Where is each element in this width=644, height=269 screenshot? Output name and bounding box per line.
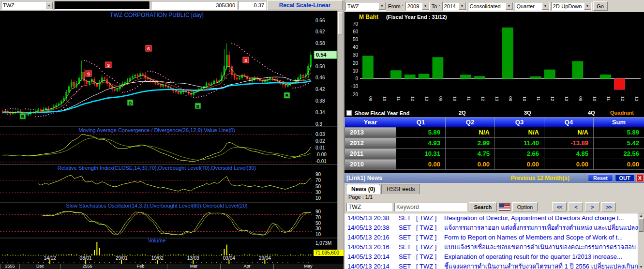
svg-text:13: 13 — [564, 96, 569, 101]
news-item-sym: [ TWZ ] — [416, 262, 444, 269]
value-cell: 22.56 — [594, 149, 644, 159]
svg-text:10: 10 — [353, 68, 359, 74]
column-header[interactable]: Q4 — [544, 118, 594, 127]
period-select[interactable]: Quarter▼ — [515, 2, 550, 11]
tab-rssfeeds[interactable]: RSSFeeds — [381, 184, 420, 194]
svg-text:13: 13 — [634, 96, 639, 101]
fin-symbol-select[interactable]: TWZ▼ — [345, 2, 386, 11]
recal-scale-button[interactable]: Recal Scale-Linear — [267, 0, 343, 10]
timeline-bar[interactable]: 2555Dec2556FebMarAprMay — [0, 264, 344, 269]
next-page-button[interactable]: > — [585, 202, 599, 211]
sell-signal-marker: S — [243, 57, 249, 63]
value-cell: 2.99 — [446, 138, 495, 149]
fin-symbol-value: TWZ — [347, 3, 359, 9]
go-button[interactable]: Go — [593, 1, 608, 11]
chevron-down-icon[interactable]: ▼ — [506, 2, 513, 10]
language-flag-icon[interactable] — [499, 203, 510, 211]
from-year-select[interactable]: 2009▼ — [405, 2, 430, 11]
from-label: From : — [388, 3, 404, 9]
value-cell: 4.75 — [446, 149, 495, 159]
to-year-select[interactable]: 2014▼ — [442, 2, 466, 11]
quarterly-bar-chart[interactable]: 706050403020100-10-200910111213091011121… — [344, 22, 644, 109]
column-header[interactable]: Q1 — [396, 118, 446, 127]
scrollbar-thumb[interactable] — [639, 218, 644, 232]
chart-unit-label: M Baht — [359, 14, 378, 20]
chart-style-select[interactable]: 2D-UpDown▼ — [551, 2, 592, 11]
svg-text:11: 11 — [536, 96, 541, 101]
column-header[interactable]: Q2 — [446, 118, 495, 127]
trading-app-window: TWZ ▼ 305/300 0.37 Recal Scale-Linear TW… — [0, 0, 644, 269]
svg-text:11: 11 — [396, 96, 401, 101]
out-button[interactable]: OUT — [615, 174, 634, 182]
chevron-down-icon[interactable]: ▼ — [542, 2, 549, 10]
chevron-down-icon[interactable]: ▼ — [584, 2, 591, 10]
table-row[interactable]: 20135.89N/AN/AN/A5.89 — [345, 127, 644, 138]
news-title: [Link1] News — [346, 175, 382, 181]
sell-signal-marker: S — [146, 45, 151, 51]
value-cell: 5.42 — [594, 138, 644, 149]
symbol-filter-input[interactable] — [346, 203, 392, 211]
value-cell: 0.00 — [446, 159, 495, 170]
value-cell: 0.00 — [544, 159, 594, 170]
svg-text:50: 50 — [315, 221, 321, 226]
price-chart[interactable]: TWZ CORPORATION PUBLIC [day]0.660.620.58… — [0, 11, 344, 264]
close-button[interactable]: X — [636, 174, 644, 182]
svg-text:09: 09 — [578, 96, 583, 101]
news-item[interactable]: 14/05/13 20:16SET[ TWZ ]แบบแจ้งรายชื่อแล… — [344, 242, 644, 252]
symbol-entry-field[interactable] — [54, 1, 150, 10]
to-label: To : — [431, 3, 441, 9]
last-page-button[interactable]: >> — [601, 202, 616, 211]
year-cell: 2011 — [345, 149, 396, 159]
news-item-dt: 14/05/13 20:16 — [344, 242, 399, 252]
news-item[interactable]: 14/05/13 20:14SET[ TWZ ]ชี้แจงผลการดำเนิ… — [344, 262, 644, 269]
svg-text:0.03: 0.03 — [315, 132, 325, 137]
search-button[interactable]: Search — [469, 202, 497, 211]
news-item[interactable]: 14/05/13 20:38SET[ TWZ ]Resignation of D… — [344, 213, 644, 223]
table-row[interactable]: 20100.000.000.000.000.00 — [345, 159, 644, 170]
tab-news[interactable]: News (0) — [346, 184, 380, 194]
chevron-down-icon[interactable]: ▼ — [378, 2, 386, 10]
axis-quadrant-label: Quadrant — [610, 110, 634, 116]
first-page-button[interactable]: << — [552, 202, 567, 211]
news-scrollbar[interactable]: ▲ ▼ — [638, 213, 644, 269]
financials-panel: TWZ▼ From : 2009▼ To : 2014▼ Consolidate… — [344, 0, 644, 269]
option-button[interactable]: Option — [512, 202, 538, 211]
news-item-sym: [ TWZ ] — [416, 213, 444, 223]
news-item[interactable]: 14/05/13 20:38SET[ TWZ ]แจ้งกรรมการลาออก… — [344, 223, 644, 233]
keyword-input[interactable] — [394, 203, 467, 211]
news-item[interactable]: 14/05/13 20:16SET[ TWZ ]Form to Report o… — [344, 233, 644, 242]
news-item-dt: 14/05/13 20:38 — [344, 213, 399, 223]
scroll-down-icon[interactable]: ▼ — [639, 265, 644, 269]
chevron-down-icon[interactable]: ▼ — [422, 2, 429, 10]
show-fiscal-checkbox[interactable] — [346, 110, 352, 116]
reset-button[interactable]: Reset — [588, 174, 613, 182]
show-fiscal-label: Show Fiscal Year End — [355, 110, 410, 116]
svg-text:S: S — [244, 58, 247, 63]
table-row[interactable]: 20124.932.9911.40-13.895.42 — [345, 138, 644, 149]
news-item[interactable]: 14/05/13 20:14SET[ TWZ ]Explanation of o… — [344, 252, 644, 262]
fiscal-year-note: (Fiscal Year End : 31/12) — [386, 14, 447, 20]
column-header[interactable]: Q3 — [495, 118, 544, 127]
chevron-down-icon[interactable]: ▼ — [459, 2, 466, 10]
svg-text:0.66: 0.66 — [315, 18, 325, 23]
column-header[interactable]: Year — [345, 118, 396, 127]
svg-text:70: 70 — [315, 178, 321, 183]
column-header[interactable]: Sum — [594, 118, 644, 127]
svg-text:14/12: 14/12 — [44, 255, 56, 261]
scroll-up-icon[interactable]: ▲ — [639, 214, 644, 217]
svg-text:-0.00: -0.00 — [315, 152, 327, 157]
prev-page-button[interactable]: < — [569, 202, 583, 211]
svg-text:12: 12 — [620, 96, 625, 101]
table-row[interactable]: 201110.314.752.664.8522.56 — [345, 149, 644, 159]
svg-text:13: 13 — [494, 96, 499, 101]
value-cell: 4.93 — [396, 138, 446, 149]
svg-text:03/04: 03/04 — [223, 255, 235, 261]
svg-text:B: B — [129, 101, 132, 105]
timeline-segment: 2556 — [60, 264, 114, 269]
news-item-ttl: แจ้งกรรมการลาออก แต่งตั้งกรรมการเพื่อดำร… — [444, 223, 644, 233]
chevron-down-icon[interactable]: ▼ — [45, 2, 53, 9]
symbol-select[interactable]: TWZ ▼ — [1, 1, 53, 10]
report-type-select[interactable]: Consolidated▼ — [468, 2, 513, 11]
news-item-src: SET — [399, 252, 416, 262]
svg-text:70: 70 — [353, 22, 359, 27]
